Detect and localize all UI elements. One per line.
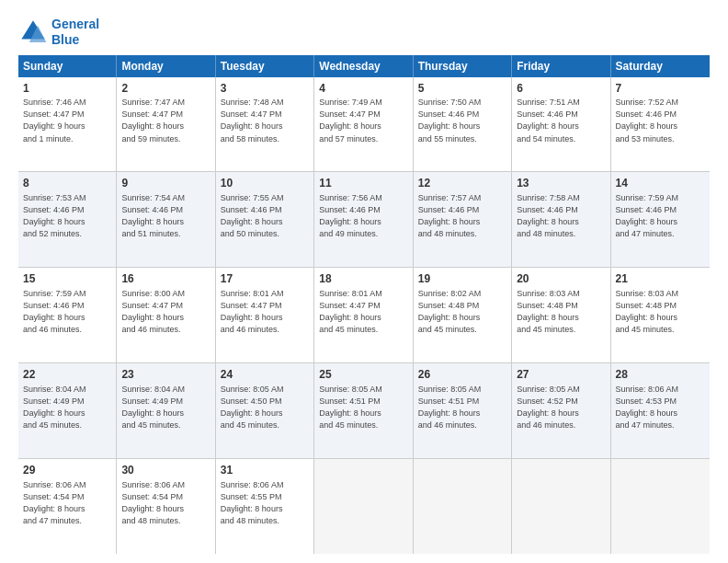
day-number: 12: [418, 176, 506, 191]
calendar-cell: 30Sunrise: 8:06 AM Sunset: 4:54 PM Dayli…: [117, 459, 215, 554]
weekday-header-wednesday: Wednesday: [314, 55, 413, 77]
calendar-cell: 16Sunrise: 8:00 AM Sunset: 4:47 PM Dayli…: [117, 268, 215, 362]
day-info: Sunrise: 7:50 AM Sunset: 4:46 PM Dayligh…: [418, 97, 506, 144]
calendar-cell: 3Sunrise: 7:48 AM Sunset: 4:47 PM Daylig…: [216, 77, 314, 172]
calendar-header: SundayMondayTuesdayWednesdayThursdayFrid…: [18, 55, 710, 77]
calendar-cell: 27Sunrise: 8:05 AM Sunset: 4:52 PM Dayli…: [512, 363, 610, 458]
calendar-cell: 12Sunrise: 7:57 AM Sunset: 4:46 PM Dayli…: [414, 172, 512, 267]
day-info: Sunrise: 7:46 AM Sunset: 4:47 PM Dayligh…: [23, 97, 111, 144]
day-number: 13: [517, 176, 605, 191]
day-info: Sunrise: 8:06 AM Sunset: 4:54 PM Dayligh…: [121, 479, 210, 527]
day-info: Sunrise: 8:06 AM Sunset: 4:53 PM Dayligh…: [616, 384, 705, 431]
day-number: 23: [121, 367, 210, 383]
calendar-cell: 31Sunrise: 8:06 AM Sunset: 4:55 PM Dayli…: [216, 459, 314, 554]
calendar-cell: 8Sunrise: 7:53 AM Sunset: 4:46 PM Daylig…: [18, 172, 117, 267]
day-info: Sunrise: 8:06 AM Sunset: 4:54 PM Dayligh…: [23, 479, 111, 527]
day-number: 11: [319, 176, 407, 191]
calendar-cell: 21Sunrise: 8:03 AM Sunset: 4:48 PM Dayli…: [611, 268, 710, 362]
day-info: Sunrise: 8:02 AM Sunset: 4:48 PM Dayligh…: [418, 288, 506, 336]
calendar-body: 1Sunrise: 7:46 AM Sunset: 4:47 PM Daylig…: [18, 77, 710, 554]
day-number: 15: [23, 271, 111, 287]
calendar-cell: 23Sunrise: 8:04 AM Sunset: 4:49 PM Dayli…: [117, 363, 215, 458]
weekday-header-tuesday: Tuesday: [216, 55, 314, 77]
day-number: 16: [121, 271, 210, 287]
day-number: 28: [616, 367, 705, 383]
day-number: 3: [221, 81, 309, 97]
calendar-cell: 4Sunrise: 7:49 AM Sunset: 4:47 PM Daylig…: [314, 77, 413, 172]
day-info: Sunrise: 8:05 AM Sunset: 4:51 PM Dayligh…: [319, 384, 407, 431]
day-info: Sunrise: 7:54 AM Sunset: 4:46 PM Dayligh…: [121, 192, 210, 240]
day-info: Sunrise: 7:53 AM Sunset: 4:46 PM Dayligh…: [23, 192, 111, 240]
calendar-cell: 11Sunrise: 7:56 AM Sunset: 4:46 PM Dayli…: [314, 172, 413, 267]
day-info: Sunrise: 7:59 AM Sunset: 4:46 PM Dayligh…: [23, 288, 111, 336]
day-info: Sunrise: 8:05 AM Sunset: 4:52 PM Dayligh…: [517, 384, 605, 431]
weekday-header-friday: Friday: [512, 55, 610, 77]
calendar-cell: 14Sunrise: 7:59 AM Sunset: 4:46 PM Dayli…: [611, 172, 710, 267]
calendar-cell: [611, 459, 710, 554]
weekday-header-saturday: Saturday: [611, 55, 710, 77]
day-info: Sunrise: 8:05 AM Sunset: 4:51 PM Dayligh…: [418, 384, 506, 431]
calendar-cell: 25Sunrise: 8:05 AM Sunset: 4:51 PM Dayli…: [314, 363, 413, 458]
day-number: 24: [221, 367, 309, 383]
calendar-row-4: 22Sunrise: 8:04 AM Sunset: 4:49 PM Dayli…: [18, 363, 710, 459]
weekday-header-monday: Monday: [117, 55, 215, 77]
day-info: Sunrise: 8:03 AM Sunset: 4:48 PM Dayligh…: [517, 288, 605, 336]
day-number: 27: [517, 367, 605, 383]
calendar-cell: [512, 459, 610, 554]
calendar-cell: 9Sunrise: 7:54 AM Sunset: 4:46 PM Daylig…: [117, 172, 215, 267]
day-number: 21: [616, 271, 705, 287]
day-number: 4: [319, 81, 407, 97]
day-info: Sunrise: 7:52 AM Sunset: 4:46 PM Dayligh…: [616, 97, 705, 144]
day-info: Sunrise: 8:06 AM Sunset: 4:55 PM Dayligh…: [221, 479, 309, 527]
logo-icon: [18, 17, 48, 47]
calendar-row-5: 29Sunrise: 8:06 AM Sunset: 4:54 PM Dayli…: [18, 459, 710, 554]
day-info: Sunrise: 7:58 AM Sunset: 4:46 PM Dayligh…: [517, 192, 605, 240]
day-info: Sunrise: 8:04 AM Sunset: 4:49 PM Dayligh…: [23, 384, 111, 431]
day-number: 25: [319, 367, 407, 383]
calendar-cell: 2Sunrise: 7:47 AM Sunset: 4:47 PM Daylig…: [117, 77, 215, 172]
day-number: 1: [23, 81, 111, 97]
calendar-cell: 7Sunrise: 7:52 AM Sunset: 4:46 PM Daylig…: [611, 77, 710, 172]
calendar-cell: 24Sunrise: 8:05 AM Sunset: 4:50 PM Dayli…: [216, 363, 314, 458]
day-info: Sunrise: 7:55 AM Sunset: 4:46 PM Dayligh…: [221, 192, 309, 240]
day-number: 19: [418, 271, 506, 287]
day-info: Sunrise: 7:49 AM Sunset: 4:47 PM Dayligh…: [319, 97, 407, 144]
calendar-cell: 19Sunrise: 8:02 AM Sunset: 4:48 PM Dayli…: [414, 268, 512, 362]
day-number: 5: [418, 81, 506, 97]
calendar-cell: 15Sunrise: 7:59 AM Sunset: 4:46 PM Dayli…: [18, 268, 117, 362]
calendar-row-2: 8Sunrise: 7:53 AM Sunset: 4:46 PM Daylig…: [18, 172, 710, 268]
header: General Blue: [18, 17, 710, 48]
calendar-row-3: 15Sunrise: 7:59 AM Sunset: 4:46 PM Dayli…: [18, 268, 710, 363]
day-number: 10: [221, 176, 309, 191]
weekday-header-sunday: Sunday: [18, 55, 117, 77]
day-number: 20: [517, 271, 605, 287]
day-number: 17: [221, 271, 309, 287]
day-info: Sunrise: 7:56 AM Sunset: 4:46 PM Dayligh…: [319, 192, 407, 240]
day-number: 26: [418, 367, 506, 383]
day-number: 2: [121, 81, 210, 97]
calendar-cell: 20Sunrise: 8:03 AM Sunset: 4:48 PM Dayli…: [512, 268, 610, 362]
day-info: Sunrise: 8:03 AM Sunset: 4:48 PM Dayligh…: [616, 288, 705, 336]
calendar-cell: 10Sunrise: 7:55 AM Sunset: 4:46 PM Dayli…: [216, 172, 314, 267]
day-number: 30: [121, 463, 210, 478]
calendar-cell: 17Sunrise: 8:01 AM Sunset: 4:47 PM Dayli…: [216, 268, 314, 362]
day-info: Sunrise: 7:51 AM Sunset: 4:46 PM Dayligh…: [517, 97, 605, 144]
calendar-cell: 28Sunrise: 8:06 AM Sunset: 4:53 PM Dayli…: [611, 363, 710, 458]
calendar-cell: 18Sunrise: 8:01 AM Sunset: 4:47 PM Dayli…: [314, 268, 413, 362]
day-info: Sunrise: 8:01 AM Sunset: 4:47 PM Dayligh…: [221, 288, 309, 336]
calendar: SundayMondayTuesdayWednesdayThursdayFrid…: [18, 55, 710, 554]
calendar-cell: 26Sunrise: 8:05 AM Sunset: 4:51 PM Dayli…: [414, 363, 512, 458]
logo: General Blue: [18, 17, 99, 48]
day-number: 22: [23, 367, 111, 383]
calendar-cell: 6Sunrise: 7:51 AM Sunset: 4:46 PM Daylig…: [512, 77, 610, 172]
day-info: Sunrise: 8:00 AM Sunset: 4:47 PM Dayligh…: [121, 288, 210, 336]
day-number: 14: [616, 176, 705, 191]
calendar-cell: 13Sunrise: 7:58 AM Sunset: 4:46 PM Dayli…: [512, 172, 610, 267]
page: General Blue SundayMondayTuesdayWednesda…: [0, 0, 728, 563]
day-number: 6: [517, 81, 605, 97]
calendar-cell: 5Sunrise: 7:50 AM Sunset: 4:46 PM Daylig…: [414, 77, 512, 172]
day-info: Sunrise: 8:01 AM Sunset: 4:47 PM Dayligh…: [319, 288, 407, 336]
weekday-header-thursday: Thursday: [414, 55, 512, 77]
day-number: 29: [23, 463, 111, 478]
day-info: Sunrise: 7:57 AM Sunset: 4:46 PM Dayligh…: [418, 192, 506, 240]
